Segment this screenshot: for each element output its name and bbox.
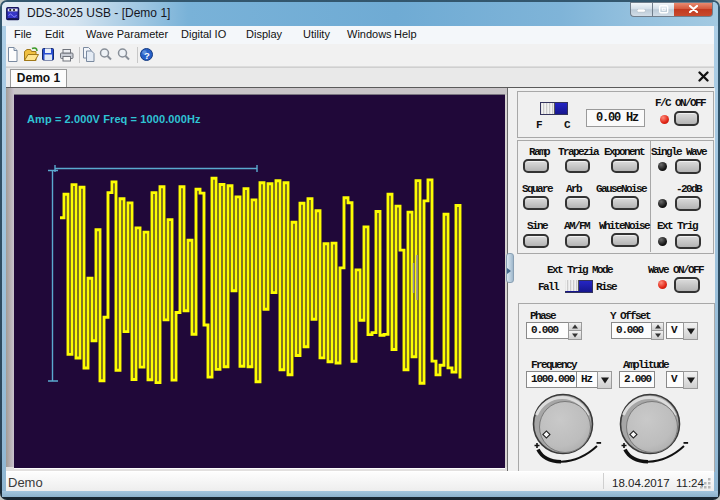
svg-text:?: ? — [144, 50, 150, 61]
